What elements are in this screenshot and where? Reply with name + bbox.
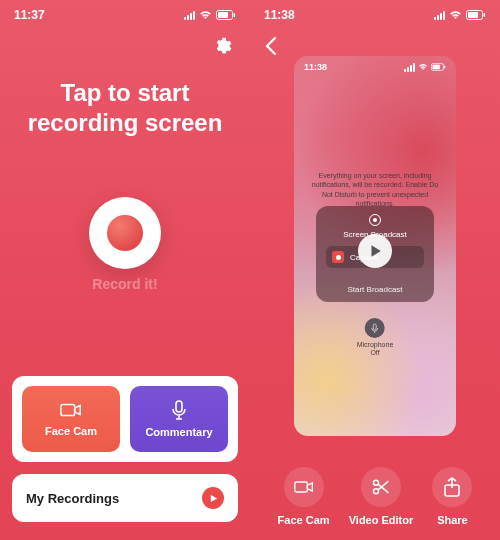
tool-label: Face Cam (278, 514, 330, 526)
scissors-icon (371, 477, 391, 497)
svg-rect-4 (176, 401, 182, 412)
tool-label: Video Editor (349, 514, 414, 526)
signal-icon (184, 11, 195, 20)
settings-button[interactable] (212, 36, 232, 56)
battery-icon (431, 63, 446, 71)
screen-preview: 11:38 11:38 Everything on your screen, i… (250, 0, 500, 540)
headline-line2: recording screen (20, 108, 230, 138)
svg-rect-12 (294, 482, 307, 492)
play-icon (368, 244, 382, 258)
my-recordings-label: My Recordings (26, 491, 119, 506)
feature-card: Face Cam Commentary (12, 376, 238, 462)
wifi-icon (199, 10, 212, 20)
facecam-button[interactable]: Face Cam (22, 386, 120, 452)
play-overlay[interactable] (358, 234, 392, 268)
camera-icon (294, 479, 314, 495)
back-button[interactable] (264, 36, 278, 56)
wifi-icon (418, 63, 428, 71)
status-right (434, 10, 486, 20)
status-bar: 11:38 (250, 8, 500, 22)
microphone-label: Microphone Off (357, 341, 394, 358)
app-icon (332, 251, 344, 263)
preview-status-right (404, 63, 446, 72)
my-recordings-row[interactable]: My Recordings (12, 474, 238, 522)
status-time: 11:38 (264, 8, 295, 22)
camera-icon (60, 401, 82, 419)
svg-rect-2 (234, 13, 236, 17)
svg-rect-6 (468, 12, 478, 18)
status-bar: 11:37 (0, 8, 250, 22)
commentary-label: Commentary (145, 426, 212, 438)
svg-rect-10 (444, 66, 445, 69)
tool-video-editor[interactable]: Video Editor (349, 467, 414, 526)
start-broadcast-button[interactable]: Start Broadcast (316, 285, 434, 294)
broadcast-icon (369, 214, 381, 226)
tool-share[interactable]: Share (432, 467, 472, 526)
status-right (184, 10, 236, 20)
signal-icon (404, 63, 415, 72)
status-time: 11:37 (14, 8, 45, 22)
wifi-icon (449, 10, 462, 20)
preview-status-time: 11:38 (304, 62, 327, 72)
microphone-icon (171, 400, 187, 420)
facecam-label: Face Cam (45, 425, 97, 437)
battery-icon (466, 10, 486, 20)
svg-rect-9 (433, 65, 441, 70)
tool-label: Share (437, 514, 468, 526)
broadcast-warning: Everything on your screen, including not… (308, 171, 442, 209)
bottom-toolbar: Face Cam Video Editor Share (250, 467, 500, 526)
record-button[interactable] (89, 197, 161, 269)
microphone-toggle[interactable]: Microphone Off (357, 318, 394, 358)
svg-rect-3 (61, 405, 75, 416)
svg-rect-1 (218, 12, 228, 18)
svg-rect-11 (373, 324, 376, 330)
headline-line1: Tap to start (20, 78, 230, 108)
recording-preview[interactable]: 11:38 Everything on your screen, includi… (294, 56, 456, 436)
share-icon (443, 477, 461, 497)
watermark: Record it! (0, 276, 250, 292)
microphone-icon (365, 318, 385, 338)
screen-home: 11:37 Tap to start recording screen Reco… (0, 0, 250, 540)
gear-icon (212, 36, 232, 56)
chevron-left-icon (264, 36, 278, 56)
record-icon (107, 215, 143, 251)
signal-icon (434, 11, 445, 20)
headline: Tap to start recording screen (0, 78, 250, 138)
tool-facecam[interactable]: Face Cam (278, 467, 330, 526)
svg-rect-7 (484, 13, 486, 17)
play-icon (202, 487, 224, 509)
commentary-button[interactable]: Commentary (130, 386, 228, 452)
battery-icon (216, 10, 236, 20)
preview-status-bar: 11:38 (294, 62, 456, 72)
